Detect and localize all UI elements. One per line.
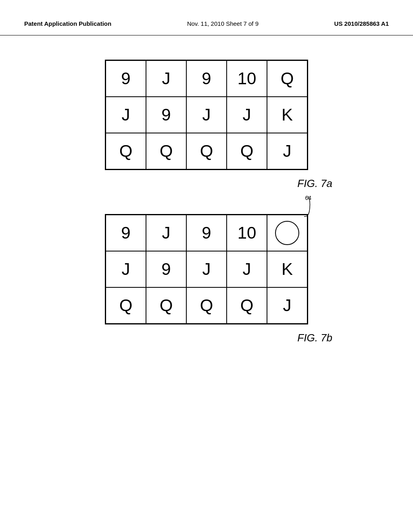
list-item: Q bbox=[227, 133, 267, 169]
list-item: J bbox=[227, 251, 267, 287]
list-item: Q bbox=[186, 133, 227, 169]
list-item: J bbox=[267, 133, 307, 169]
list-item: 10 bbox=[227, 60, 267, 97]
list-item: 9 bbox=[106, 215, 146, 251]
list-item: Q bbox=[106, 287, 146, 324]
table-row: 9 J 9 10 Q bbox=[106, 60, 307, 97]
figure-7b-section: 64 9 J 9 10 J 9 J bbox=[32, 214, 381, 344]
table-row: Q Q Q Q J bbox=[106, 287, 307, 324]
table-row: J 9 J J K bbox=[106, 251, 307, 287]
fig7a-label: FIG. 7a bbox=[297, 177, 332, 190]
list-item: J bbox=[186, 97, 227, 133]
list-item: Q bbox=[106, 133, 146, 169]
list-item: J bbox=[106, 97, 146, 133]
list-item: J bbox=[146, 215, 186, 251]
publication-label: Patent Application Publication bbox=[24, 20, 111, 27]
list-item: J bbox=[106, 251, 146, 287]
list-item: 9 bbox=[106, 60, 146, 97]
list-item: 10 bbox=[227, 215, 267, 251]
list-item: J bbox=[267, 287, 307, 324]
list-item: Q bbox=[146, 133, 186, 169]
list-item-empty-circle bbox=[267, 215, 307, 251]
table-row: 9 J 9 10 bbox=[106, 215, 307, 251]
page-header: Patent Application Publication Nov. 11, … bbox=[0, 0, 413, 35]
list-item: J bbox=[146, 60, 186, 97]
list-item: 9 bbox=[146, 251, 186, 287]
list-item: 9 bbox=[146, 97, 186, 133]
main-content: 9 J 9 10 Q J 9 J J K Q Q Q Q bbox=[0, 35, 413, 393]
fig7a-grid: 9 J 9 10 Q J 9 J J K Q Q Q Q bbox=[105, 60, 308, 170]
list-item: J bbox=[186, 251, 227, 287]
table-row: Q Q Q Q J bbox=[106, 133, 307, 169]
list-item: J bbox=[227, 97, 267, 133]
figure-7a-section: 9 J 9 10 Q J 9 J J K Q Q Q Q bbox=[32, 60, 381, 190]
empty-circle-icon bbox=[275, 221, 299, 245]
fig7b-grid-container: 64 9 J 9 10 J 9 J bbox=[105, 214, 308, 324]
date-sheet-label: Nov. 11, 2010 Sheet 7 of 9 bbox=[187, 20, 259, 27]
patent-number-label: US 2010/285863 A1 bbox=[334, 20, 389, 27]
fig7b-grid: 9 J 9 10 J 9 J J K Q Q bbox=[105, 214, 308, 324]
list-item: K bbox=[267, 251, 307, 287]
list-item: Q bbox=[267, 60, 307, 97]
list-item: 9 bbox=[186, 215, 227, 251]
list-item: Q bbox=[227, 287, 267, 324]
list-item: Q bbox=[146, 287, 186, 324]
fig7b-label: FIG. 7b bbox=[297, 332, 332, 344]
list-item: 9 bbox=[186, 60, 227, 97]
list-item: Q bbox=[186, 287, 227, 324]
table-row: J 9 J J K bbox=[106, 97, 307, 133]
list-item: K bbox=[267, 97, 307, 133]
fig7a-grid-wrapper: 9 J 9 10 Q J 9 J J K Q Q Q Q bbox=[32, 60, 381, 170]
